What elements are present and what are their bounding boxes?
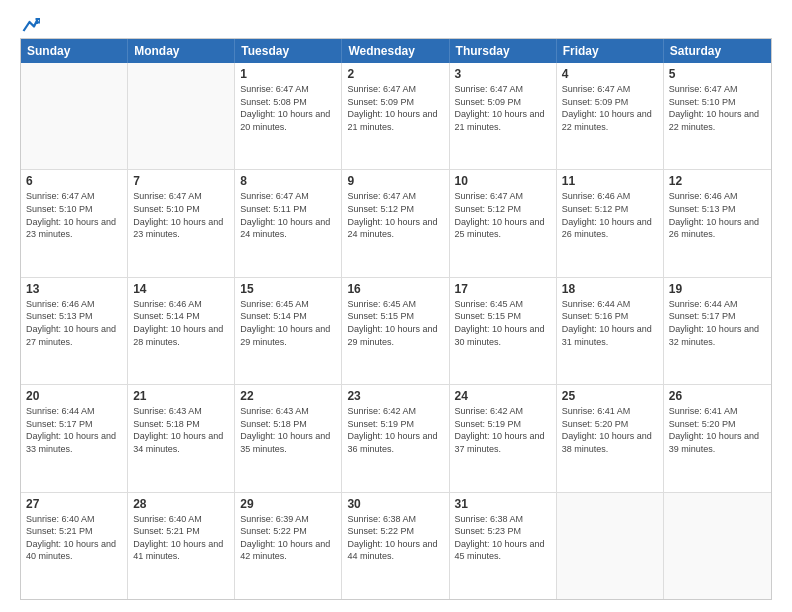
day-info: Sunrise: 6:41 AM Sunset: 5:20 PM Dayligh… [669, 405, 766, 455]
day-number: 31 [455, 497, 551, 511]
day-cell-8: 8Sunrise: 6:47 AM Sunset: 5:11 PM Daylig… [235, 170, 342, 276]
day-number: 3 [455, 67, 551, 81]
day-number: 23 [347, 389, 443, 403]
day-number: 2 [347, 67, 443, 81]
day-info: Sunrise: 6:40 AM Sunset: 5:21 PM Dayligh… [133, 513, 229, 563]
day-cell-24: 24Sunrise: 6:42 AM Sunset: 5:19 PM Dayli… [450, 385, 557, 491]
day-info: Sunrise: 6:47 AM Sunset: 5:10 PM Dayligh… [26, 190, 122, 240]
day-number: 18 [562, 282, 658, 296]
day-cell-13: 13Sunrise: 6:46 AM Sunset: 5:13 PM Dayli… [21, 278, 128, 384]
day-cell-16: 16Sunrise: 6:45 AM Sunset: 5:15 PM Dayli… [342, 278, 449, 384]
day-number: 9 [347, 174, 443, 188]
calendar-row-2: 6Sunrise: 6:47 AM Sunset: 5:10 PM Daylig… [21, 169, 771, 276]
day-number: 28 [133, 497, 229, 511]
day-info: Sunrise: 6:44 AM Sunset: 5:17 PM Dayligh… [669, 298, 766, 348]
calendar-row-4: 20Sunrise: 6:44 AM Sunset: 5:17 PM Dayli… [21, 384, 771, 491]
day-cell-5: 5Sunrise: 6:47 AM Sunset: 5:10 PM Daylig… [664, 63, 771, 169]
empty-cell [128, 63, 235, 169]
day-info: Sunrise: 6:38 AM Sunset: 5:23 PM Dayligh… [455, 513, 551, 563]
day-info: Sunrise: 6:43 AM Sunset: 5:18 PM Dayligh… [240, 405, 336, 455]
calendar-row-3: 13Sunrise: 6:46 AM Sunset: 5:13 PM Dayli… [21, 277, 771, 384]
day-number: 20 [26, 389, 122, 403]
day-number: 13 [26, 282, 122, 296]
day-info: Sunrise: 6:47 AM Sunset: 5:10 PM Dayligh… [133, 190, 229, 240]
day-cell-9: 9Sunrise: 6:47 AM Sunset: 5:12 PM Daylig… [342, 170, 449, 276]
header-day-tuesday: Tuesday [235, 39, 342, 63]
header-day-thursday: Thursday [450, 39, 557, 63]
day-info: Sunrise: 6:38 AM Sunset: 5:22 PM Dayligh… [347, 513, 443, 563]
calendar: SundayMondayTuesdayWednesdayThursdayFrid… [20, 38, 772, 600]
calendar-row-5: 27Sunrise: 6:40 AM Sunset: 5:21 PM Dayli… [21, 492, 771, 599]
day-number: 6 [26, 174, 122, 188]
day-info: Sunrise: 6:47 AM Sunset: 5:10 PM Dayligh… [669, 83, 766, 133]
day-info: Sunrise: 6:42 AM Sunset: 5:19 PM Dayligh… [347, 405, 443, 455]
day-info: Sunrise: 6:45 AM Sunset: 5:15 PM Dayligh… [455, 298, 551, 348]
day-cell-20: 20Sunrise: 6:44 AM Sunset: 5:17 PM Dayli… [21, 385, 128, 491]
page: SundayMondayTuesdayWednesdayThursdayFrid… [0, 0, 792, 612]
day-info: Sunrise: 6:47 AM Sunset: 5:09 PM Dayligh… [562, 83, 658, 133]
day-info: Sunrise: 6:42 AM Sunset: 5:19 PM Dayligh… [455, 405, 551, 455]
day-number: 29 [240, 497, 336, 511]
calendar-row-1: 1Sunrise: 6:47 AM Sunset: 5:08 PM Daylig… [21, 63, 771, 169]
day-number: 24 [455, 389, 551, 403]
day-cell-11: 11Sunrise: 6:46 AM Sunset: 5:12 PM Dayli… [557, 170, 664, 276]
day-cell-6: 6Sunrise: 6:47 AM Sunset: 5:10 PM Daylig… [21, 170, 128, 276]
logo-icon [22, 16, 40, 34]
day-number: 30 [347, 497, 443, 511]
day-info: Sunrise: 6:47 AM Sunset: 5:09 PM Dayligh… [347, 83, 443, 133]
day-cell-1: 1Sunrise: 6:47 AM Sunset: 5:08 PM Daylig… [235, 63, 342, 169]
day-number: 5 [669, 67, 766, 81]
empty-cell [557, 493, 664, 599]
day-cell-14: 14Sunrise: 6:46 AM Sunset: 5:14 PM Dayli… [128, 278, 235, 384]
day-info: Sunrise: 6:46 AM Sunset: 5:14 PM Dayligh… [133, 298, 229, 348]
day-number: 7 [133, 174, 229, 188]
day-cell-27: 27Sunrise: 6:40 AM Sunset: 5:21 PM Dayli… [21, 493, 128, 599]
day-number: 8 [240, 174, 336, 188]
calendar-header: SundayMondayTuesdayWednesdayThursdayFrid… [21, 39, 771, 63]
day-number: 15 [240, 282, 336, 296]
calendar-body: 1Sunrise: 6:47 AM Sunset: 5:08 PM Daylig… [21, 63, 771, 599]
day-info: Sunrise: 6:44 AM Sunset: 5:16 PM Dayligh… [562, 298, 658, 348]
day-info: Sunrise: 6:41 AM Sunset: 5:20 PM Dayligh… [562, 405, 658, 455]
day-cell-21: 21Sunrise: 6:43 AM Sunset: 5:18 PM Dayli… [128, 385, 235, 491]
header-day-monday: Monday [128, 39, 235, 63]
day-number: 25 [562, 389, 658, 403]
day-info: Sunrise: 6:43 AM Sunset: 5:18 PM Dayligh… [133, 405, 229, 455]
day-cell-29: 29Sunrise: 6:39 AM Sunset: 5:22 PM Dayli… [235, 493, 342, 599]
day-number: 26 [669, 389, 766, 403]
day-info: Sunrise: 6:44 AM Sunset: 5:17 PM Dayligh… [26, 405, 122, 455]
day-cell-19: 19Sunrise: 6:44 AM Sunset: 5:17 PM Dayli… [664, 278, 771, 384]
day-cell-23: 23Sunrise: 6:42 AM Sunset: 5:19 PM Dayli… [342, 385, 449, 491]
day-cell-26: 26Sunrise: 6:41 AM Sunset: 5:20 PM Dayli… [664, 385, 771, 491]
day-cell-17: 17Sunrise: 6:45 AM Sunset: 5:15 PM Dayli… [450, 278, 557, 384]
day-info: Sunrise: 6:46 AM Sunset: 5:13 PM Dayligh… [26, 298, 122, 348]
day-info: Sunrise: 6:40 AM Sunset: 5:21 PM Dayligh… [26, 513, 122, 563]
day-cell-28: 28Sunrise: 6:40 AM Sunset: 5:21 PM Dayli… [128, 493, 235, 599]
header-day-saturday: Saturday [664, 39, 771, 63]
day-cell-31: 31Sunrise: 6:38 AM Sunset: 5:23 PM Dayli… [450, 493, 557, 599]
day-number: 27 [26, 497, 122, 511]
day-cell-10: 10Sunrise: 6:47 AM Sunset: 5:12 PM Dayli… [450, 170, 557, 276]
day-number: 16 [347, 282, 443, 296]
day-number: 17 [455, 282, 551, 296]
day-info: Sunrise: 6:46 AM Sunset: 5:13 PM Dayligh… [669, 190, 766, 240]
logo-text [20, 16, 40, 34]
header-day-sunday: Sunday [21, 39, 128, 63]
header-day-wednesday: Wednesday [342, 39, 449, 63]
day-cell-15: 15Sunrise: 6:45 AM Sunset: 5:14 PM Dayli… [235, 278, 342, 384]
empty-cell [664, 493, 771, 599]
day-number: 10 [455, 174, 551, 188]
day-cell-7: 7Sunrise: 6:47 AM Sunset: 5:10 PM Daylig… [128, 170, 235, 276]
day-number: 19 [669, 282, 766, 296]
day-info: Sunrise: 6:46 AM Sunset: 5:12 PM Dayligh… [562, 190, 658, 240]
day-info: Sunrise: 6:39 AM Sunset: 5:22 PM Dayligh… [240, 513, 336, 563]
day-number: 21 [133, 389, 229, 403]
day-cell-3: 3Sunrise: 6:47 AM Sunset: 5:09 PM Daylig… [450, 63, 557, 169]
day-cell-18: 18Sunrise: 6:44 AM Sunset: 5:16 PM Dayli… [557, 278, 664, 384]
day-info: Sunrise: 6:45 AM Sunset: 5:15 PM Dayligh… [347, 298, 443, 348]
day-cell-25: 25Sunrise: 6:41 AM Sunset: 5:20 PM Dayli… [557, 385, 664, 491]
day-info: Sunrise: 6:47 AM Sunset: 5:12 PM Dayligh… [347, 190, 443, 240]
logo [20, 16, 40, 30]
empty-cell [21, 63, 128, 169]
day-number: 22 [240, 389, 336, 403]
